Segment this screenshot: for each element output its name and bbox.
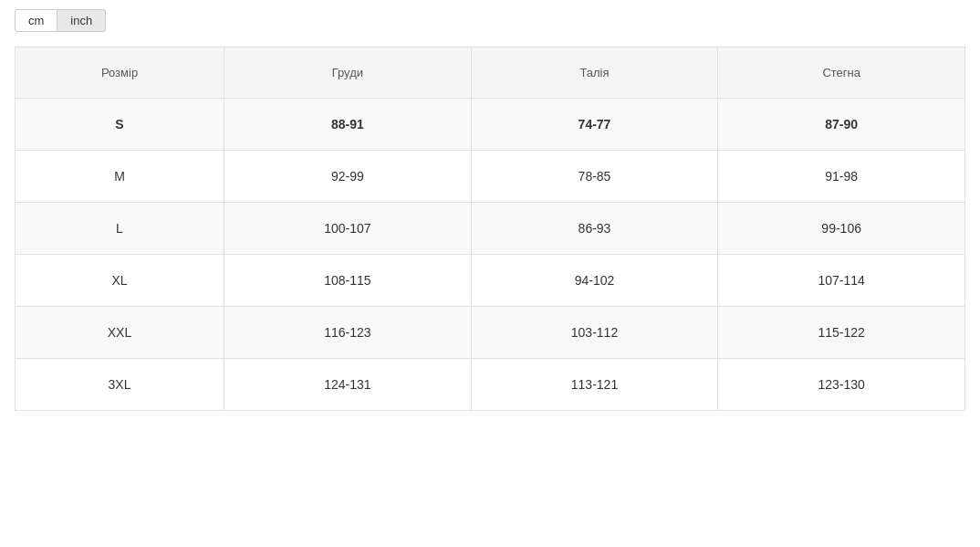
cell-chest: 88-91 xyxy=(224,99,472,151)
unit-toggle: cm inch xyxy=(15,9,965,32)
size-chart-table: Розмір Груди Талія Стегна S88-9174-7787-… xyxy=(15,47,965,411)
cell-waist: 113-121 xyxy=(471,359,718,411)
cell-chest: 116-123 xyxy=(224,307,472,359)
inch-button[interactable]: inch xyxy=(57,9,106,32)
cell-hips: 123-130 xyxy=(718,359,965,411)
cell-hips: 99-106 xyxy=(718,203,965,255)
cell-waist: 103-112 xyxy=(471,307,718,359)
cell-size: XXL xyxy=(16,307,224,359)
header-size: Розмір xyxy=(16,47,224,99)
cell-hips: 115-122 xyxy=(718,307,965,359)
cell-chest: 108-115 xyxy=(224,255,472,307)
cell-chest: 100-107 xyxy=(224,203,472,255)
table-row: M92-9978-8591-98 xyxy=(16,151,965,203)
header-chest: Груди xyxy=(224,47,472,99)
cell-waist: 78-85 xyxy=(471,151,718,203)
cm-button[interactable]: cm xyxy=(15,9,57,32)
cell-size: L xyxy=(16,203,224,255)
table-row: 3XL124-131113-121123-130 xyxy=(16,359,965,411)
cell-chest: 92-99 xyxy=(224,151,472,203)
cell-size: 3XL xyxy=(16,359,224,411)
header-waist: Талія xyxy=(471,47,718,99)
table-row: L100-10786-9399-106 xyxy=(16,203,965,255)
cell-hips: 87-90 xyxy=(718,99,965,151)
cell-hips: 91-98 xyxy=(718,151,965,203)
cell-size: XL xyxy=(16,255,224,307)
cell-waist: 86-93 xyxy=(471,203,718,255)
cell-waist: 74-77 xyxy=(471,99,718,151)
cell-chest: 124-131 xyxy=(224,359,472,411)
cell-size: M xyxy=(16,151,224,203)
header-hips: Стегна xyxy=(718,47,965,99)
cell-hips: 107-114 xyxy=(718,255,965,307)
table-row: S88-9174-7787-90 xyxy=(16,99,965,151)
table-row: XXL116-123103-112115-122 xyxy=(16,307,965,359)
cell-size: S xyxy=(16,99,224,151)
table-header-row: Розмір Груди Талія Стегна xyxy=(16,47,965,99)
cell-waist: 94-102 xyxy=(471,255,718,307)
table-row: XL108-11594-102107-114 xyxy=(16,255,965,307)
